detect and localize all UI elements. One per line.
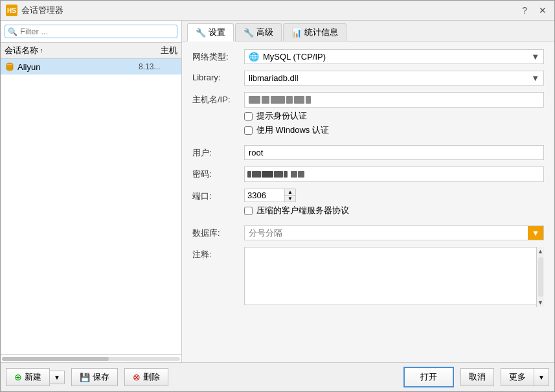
main-window: HS 会话管理器 ? ✕ 🔍 会话名称 ↑ <box>0 0 555 392</box>
password-row: 密码: <box>192 167 544 182</box>
new-btn-group: ⊕ 新建 ▼ <box>6 368 65 386</box>
compress-checkbox[interactable] <box>244 207 253 215</box>
port-row: 端口: ▲ ▼ <box>192 189 544 219</box>
filter-input[interactable] <box>20 27 174 36</box>
left-panel: 🔍 会话名称 ↑ 主机 <box>1 21 182 362</box>
identity-check-label: 提示身份认证 <box>256 110 307 122</box>
notes-scroll-up[interactable]: ▲ <box>536 247 545 256</box>
network-type-select-text: 🌐 MySQL (TCP/IP) <box>249 52 326 62</box>
identity-check-row: 提示身份认证 <box>244 110 544 122</box>
port-increment-button[interactable]: ▲ <box>285 189 295 196</box>
settings-wrench-icon: 🔧 <box>196 28 206 38</box>
port-control: ▲ ▼ 压缩的客户端服务器协议 <box>244 189 544 219</box>
session-header-name: 会话名称 ↑ <box>5 45 139 56</box>
tab-advanced-label: 高级 <box>256 27 273 38</box>
more-dropdown-button[interactable]: ▼ <box>534 368 549 386</box>
tab-settings[interactable]: 🔧 设置 <box>187 23 234 41</box>
session-row[interactable]: Aliyun 8.13... <box>1 59 181 75</box>
delete-button[interactable]: ⊗ 删除 <box>124 368 168 386</box>
filter-input-wrapper[interactable]: 🔍 <box>5 25 177 38</box>
open-button[interactable]: 打开 <box>403 367 454 387</box>
title-bar-controls: ? ✕ <box>519 5 549 16</box>
library-control: libmariadb.dll ▼ <box>244 71 544 86</box>
library-row: Library: libmariadb.dll ▼ <box>192 71 544 86</box>
search-icon: 🔍 <box>8 27 17 36</box>
delete-button-label: 删除 <box>143 371 160 383</box>
network-type-row: 网络类型: 🌐 MySQL (TCP/IP) ▼ <box>192 49 544 64</box>
network-icon: 🌐 <box>249 52 259 62</box>
identity-check-checkbox[interactable] <box>244 112 253 121</box>
user-label: 用户: <box>192 145 244 159</box>
library-select[interactable]: libmariadb.dll ▼ <box>244 71 544 86</box>
database-control: ▼ <box>244 225 544 240</box>
database-label: 数据库: <box>192 225 244 239</box>
notes-scroll-track <box>538 257 543 297</box>
port-input[interactable] <box>244 189 284 202</box>
title-bar-left: HS 会话管理器 <box>6 5 63 16</box>
session-name-label: 会话名称 <box>5 45 38 56</box>
advanced-wrench-icon: 🔧 <box>244 28 254 38</box>
network-type-label: 网络类型: <box>192 49 244 63</box>
notes-textarea[interactable] <box>244 247 544 305</box>
sort-asc-icon[interactable]: ↑ <box>40 47 43 54</box>
cancel-button[interactable]: 取消 <box>460 368 494 386</box>
compress-row: 压缩的客户端服务器协议 <box>244 205 544 216</box>
cancel-button-label: 取消 <box>469 371 486 383</box>
database-select-wrapper: ▼ <box>244 225 544 240</box>
port-decrement-button[interactable]: ▼ <box>285 196 295 202</box>
windows-auth-checkbox[interactable] <box>244 126 253 135</box>
title-bar: HS 会话管理器 ? ✕ <box>1 1 554 21</box>
library-value: libmariadb.dll <box>249 73 299 83</box>
session-table-header: 会话名称 ↑ 主机 <box>1 43 181 59</box>
password-label: 密码: <box>192 167 244 180</box>
password-input[interactable] <box>244 167 544 182</box>
right-panel: 🔧 设置 🔧 高级 📊 统计信息 网络类型: <box>182 21 554 362</box>
new-dropdown-button[interactable]: ▼ <box>50 371 65 384</box>
database-icon <box>5 62 15 72</box>
host-ip-label: 主机名/IP: <box>192 92 244 106</box>
svg-point-0 <box>6 63 13 65</box>
host-ip-input[interactable] <box>244 92 544 108</box>
left-scroll-thumb <box>2 357 109 361</box>
bar-chart-icon: 📊 <box>291 28 302 38</box>
windows-auth-row: 使用 Windows 认证 <box>244 124 544 136</box>
auth-checkboxes: 提示身份认证 使用 Windows 认证 <box>244 110 544 136</box>
windows-auth-label: 使用 Windows 认证 <box>256 124 329 136</box>
session-row-name: Aliyun <box>5 62 139 72</box>
password-control <box>244 167 544 182</box>
more-button[interactable]: 更多 <box>501 368 534 386</box>
database-dropdown-button[interactable]: ▼ <box>528 226 543 240</box>
notes-scrollbar: ▲ ▼ <box>536 247 544 307</box>
tab-settings-label: 设置 <box>209 27 225 38</box>
user-input[interactable] <box>244 145 544 160</box>
tab-stats[interactable]: 📊 统计信息 <box>283 23 346 41</box>
host-ip-row: 主机名/IP: <box>192 92 544 139</box>
user-control <box>244 145 544 160</box>
new-icon: ⊕ <box>14 372 22 382</box>
notes-scroll-down[interactable]: ▼ <box>536 298 545 307</box>
host-ip-blur <box>249 95 539 105</box>
notes-label: 注释: <box>192 247 244 260</box>
left-scroll-track[interactable] <box>2 357 180 361</box>
port-label: 端口: <box>192 189 244 202</box>
save-icon: 💾 <box>80 373 90 382</box>
bottom-bar: ⊕ 新建 ▼ 💾 保存 ⊗ 删除 打开 取消 更多 ▼ <box>1 362 554 391</box>
port-spinner: ▲ ▼ <box>284 189 296 202</box>
session-name: Aliyun <box>17 62 40 72</box>
database-input[interactable] <box>245 226 528 240</box>
window-title: 会话管理器 <box>21 5 63 16</box>
network-type-select[interactable]: 🌐 MySQL (TCP/IP) ▼ <box>244 49 544 64</box>
close-button[interactable]: ✕ <box>536 5 549 16</box>
database-row: 数据库: ▼ <box>192 225 544 240</box>
port-input-wrapper: ▲ ▼ <box>244 189 296 202</box>
form-area: 网络类型: 🌐 MySQL (TCP/IP) ▼ Library: <box>182 41 554 362</box>
delete-icon: ⊗ <box>133 372 141 382</box>
session-table: Aliyun 8.13... <box>1 59 181 354</box>
help-button[interactable]: ? <box>519 5 530 16</box>
main-content: 🔍 会话名称 ↑ 主机 <box>1 21 554 362</box>
new-button[interactable]: ⊕ 新建 <box>6 368 50 386</box>
tab-advanced[interactable]: 🔧 高级 <box>235 23 282 41</box>
save-button[interactable]: 💾 保存 <box>71 368 118 386</box>
left-scroll-area <box>1 354 181 362</box>
save-button-label: 保存 <box>93 371 109 383</box>
